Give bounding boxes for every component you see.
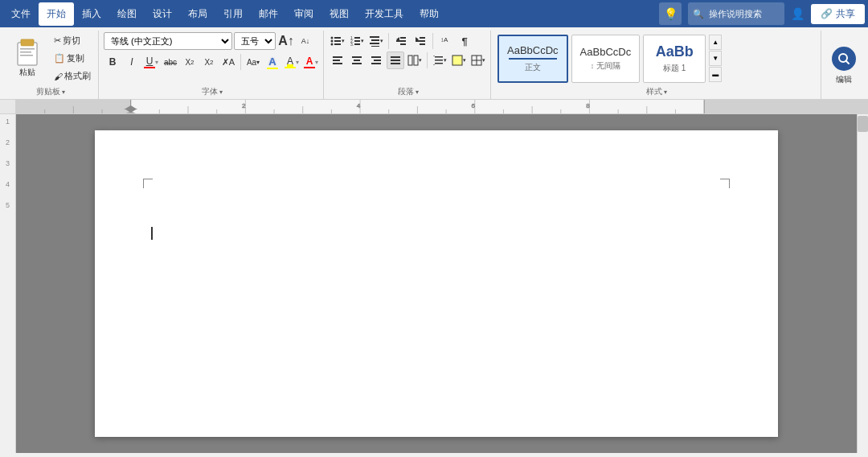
- text-effect-button[interactable]: A: [264, 53, 281, 71]
- menu-item-mailings[interactable]: 邮件: [251, 2, 286, 26]
- svg-rect-40: [391, 56, 400, 58]
- right-scrollbar[interactable]: [857, 114, 868, 453]
- format-painter-button[interactable]: 🖌 格式刷: [50, 68, 95, 84]
- menu-item-view[interactable]: 视图: [321, 2, 357, 26]
- document-scroll-area[interactable]: [16, 114, 857, 453]
- font-color-button[interactable]: A ▾: [302, 53, 320, 71]
- page-num-3: 3: [6, 159, 10, 167]
- ruler-main[interactable]: 2 4 6 8: [16, 100, 868, 113]
- ribbon: 粘贴 ✂ 剪切 📋 复制 🖌 格式刷: [0, 27, 868, 100]
- paragraph-section-label: 段落: [398, 86, 414, 97]
- styles-expand[interactable]: ▬: [709, 67, 722, 82]
- multilevel-list-button[interactable]: ▾: [367, 32, 385, 50]
- search-editing-button[interactable]: 编辑: [826, 43, 862, 89]
- editing-label: 编辑: [836, 74, 852, 85]
- style-no-spacing[interactable]: AaBbCcDc ↕ 无间隔: [571, 35, 641, 83]
- para-sep-3: [427, 52, 428, 68]
- para-sep-1: [388, 33, 389, 49]
- menu-item-developer[interactable]: 开发工具: [357, 2, 411, 26]
- strikethrough-button[interactable]: abc: [162, 53, 179, 71]
- svg-marker-49: [433, 64, 435, 65]
- svg-rect-27: [420, 37, 425, 39]
- svg-rect-31: [333, 56, 342, 58]
- svg-rect-34: [352, 56, 362, 58]
- styles-scroll-up[interactable]: ▲: [709, 35, 722, 50]
- menu-item-help[interactable]: 帮助: [411, 2, 447, 26]
- decrease-font-size-button[interactable]: A↓: [297, 32, 314, 50]
- left-sidebar: 1 2 3 4 5: [0, 114, 16, 453]
- copy-label: 复制: [67, 52, 84, 64]
- menu-item-references[interactable]: 引用: [215, 2, 251, 26]
- italic-button[interactable]: I: [123, 53, 141, 71]
- svg-rect-3: [20, 48, 35, 50]
- document-page[interactable]: [95, 130, 778, 437]
- font-section: 等线 (中文正文) 五号 A↑ A↓ B I U: [100, 31, 324, 99]
- page-num-4: 4: [6, 180, 10, 188]
- scroll-thumb[interactable]: [858, 116, 868, 132]
- eraser-icon: ✗A: [222, 57, 235, 68]
- clear-format-button[interactable]: ✗A: [219, 53, 237, 71]
- search-box-menu[interactable]: 🔍 操作说明搜索: [688, 2, 784, 25]
- font-size-select[interactable]: 五号: [234, 32, 276, 50]
- svg-rect-2: [21, 39, 34, 46]
- borders-button[interactable]: ▾: [469, 51, 487, 69]
- menu-item-layout[interactable]: 布局: [180, 2, 215, 26]
- increase-indent-button[interactable]: [411, 32, 429, 50]
- styles-section-label: 样式: [646, 86, 662, 97]
- menu-item-design[interactable]: 设计: [145, 2, 180, 26]
- paste-button[interactable]: 粘贴: [6, 35, 48, 82]
- sort-button[interactable]: ↕A: [436, 32, 454, 50]
- shading-button[interactable]: ▾: [450, 51, 468, 69]
- justify-button[interactable]: [387, 51, 404, 69]
- page-num-5: 5: [6, 201, 10, 209]
- font-name-select[interactable]: 等线 (中文正文): [104, 32, 232, 50]
- bullets-button[interactable]: ▾: [329, 32, 346, 50]
- clipboard-expand-icon[interactable]: ▾: [62, 89, 65, 96]
- show-formatting-button[interactable]: ¶: [456, 32, 473, 50]
- menu-item-insert[interactable]: 插入: [74, 2, 109, 26]
- share-button[interactable]: 🔗 共享: [811, 4, 865, 24]
- align-left-button[interactable]: [329, 51, 346, 69]
- style-heading1-label: 标题 1: [663, 63, 686, 74]
- svg-rect-19: [371, 39, 379, 41]
- svg-text:4: 4: [357, 102, 361, 109]
- column-break-button[interactable]: ▾: [406, 51, 424, 69]
- increase-font-size-button[interactable]: A↑: [277, 32, 295, 50]
- cut-button[interactable]: ✂ 剪切: [50, 32, 95, 49]
- ruler-side-left: [0, 100, 16, 113]
- text-cursor: [151, 227, 153, 240]
- align-center-button[interactable]: [348, 51, 366, 69]
- styles-expand-icon[interactable]: ▾: [664, 89, 667, 96]
- underline-button[interactable]: U ▾: [142, 53, 160, 71]
- menu-bar: 文件 开始 插入 绘图 设计 布局 引用 邮件 审阅 视图 开发工具 帮助 💡 …: [0, 0, 868, 27]
- svg-rect-17: [354, 43, 360, 45]
- menu-item-review[interactable]: 审阅: [286, 2, 321, 26]
- menu-item-draw[interactable]: 绘图: [109, 2, 145, 26]
- bold-button[interactable]: B: [104, 53, 121, 71]
- line-spacing-button[interactable]: ▾: [431, 51, 448, 69]
- user-icon[interactable]: 👤: [791, 7, 805, 20]
- style-normal[interactable]: AaBbCcDc 正文: [497, 35, 568, 83]
- decrease-indent-button[interactable]: [392, 32, 410, 50]
- font-expand-icon[interactable]: ▾: [219, 89, 223, 96]
- menu-item-file[interactable]: 文件: [3, 2, 39, 26]
- numbering-button[interactable]: 1.2.3. ▾: [348, 32, 366, 50]
- menu-item-home[interactable]: 开始: [39, 2, 74, 26]
- change-case-button[interactable]: Aa▾: [244, 53, 262, 71]
- search-placeholder: 操作说明搜索: [709, 8, 762, 20]
- format-painter-label: 格式刷: [64, 70, 91, 82]
- superscript-button[interactable]: X2: [200, 53, 218, 71]
- style-heading1[interactable]: AaBb 标题 1: [643, 35, 706, 83]
- share-icon: 🔗: [821, 8, 833, 19]
- page-num-2: 2: [6, 138, 10, 146]
- cut-label: 剪切: [63, 35, 80, 47]
- subscript-button[interactable]: X2: [181, 53, 199, 71]
- paragraph-expand-icon[interactable]: ▾: [416, 89, 419, 96]
- copy-button[interactable]: 📋 复制: [50, 50, 95, 67]
- lightbulb-icon[interactable]: 💡: [659, 2, 682, 25]
- svg-point-8: [331, 40, 334, 43]
- styles-scroll-down[interactable]: ▼: [709, 51, 722, 66]
- align-right-button[interactable]: [367, 51, 385, 69]
- svg-text:3.: 3.: [350, 42, 354, 47]
- highlight-color-button[interactable]: A ▾: [283, 53, 301, 71]
